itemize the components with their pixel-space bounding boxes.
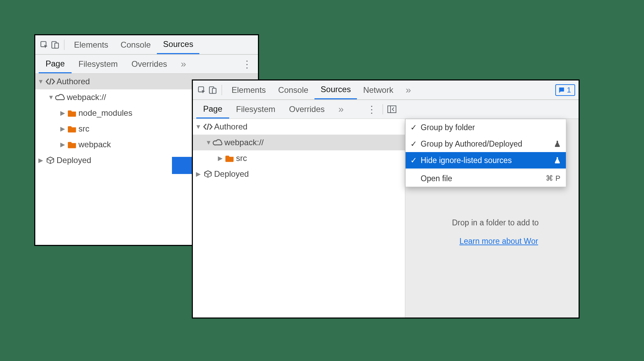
subtab-overrides[interactable]: Overrides [125,55,174,73]
sources-subtab-bar: Page Filesystem Overrides » ⋮ [35,54,258,74]
subtab-overrides[interactable]: Overrides [282,100,332,119]
tree-label: webpack [78,137,111,152]
tab-label: Sources [321,85,351,94]
tree-label: webpack:// [67,89,106,105]
menu-label: Open file [421,174,542,183]
disclosure-triangle-icon[interactable]: ▼ [48,91,54,103]
collapse-sidebar-icon[interactable] [386,105,397,113]
menu-item-open-file[interactable]: Open file ⌘ P [406,170,566,187]
top-tab-bar: Elements Console Sources [35,35,258,54]
top-tab-bar: Elements Console Sources Network » 1 [193,80,579,100]
tab-label: Filesystem [236,104,275,114]
tab-label: Page [203,104,222,114]
disclosure-triangle-icon[interactable]: ▶ [195,168,202,180]
device-toggle-icon[interactable] [207,86,218,95]
disclosure-triangle-icon[interactable]: ▶ [37,154,44,166]
tree-label: node_modules [78,105,132,121]
folder-icon [66,125,78,133]
svg-line-10 [207,124,209,130]
menu-item-group-by-folder[interactable]: ✓ Group by folder [406,119,566,136]
menu-label: Group by folder [421,123,560,132]
tree-label: webpack:// [224,135,264,150]
navigator-context-menu: ✓ Group by folder ✓ Group by Authored/De… [405,119,566,187]
menu-item-hide-ignore-listed[interactable]: ✓ Hide ignore-listed sources [406,152,566,169]
tree-item-webpack-scheme[interactable]: ▼ webpack:// [193,135,405,150]
tab-label: Overrides [289,104,325,114]
disclosure-triangle-icon[interactable]: ▶ [217,152,224,164]
disclosure-triangle-icon[interactable]: ▼ [205,137,212,148]
tab-console[interactable]: Console [272,80,314,99]
menu-shortcut: ⌘ P [546,174,560,183]
folder-icon [224,154,236,162]
tab-label: Network [363,85,393,95]
subtab-filesystem[interactable]: Filesystem [72,55,125,73]
check-icon: ✓ [410,123,417,132]
tree-label: src [236,150,247,166]
subtab-more[interactable]: » [332,100,351,119]
tree-label: Authored [214,119,247,135]
disclosure-triangle-icon[interactable]: ▼ [37,76,44,87]
kebab-menu-icon[interactable]: ⋮ [364,104,379,115]
workspace-hint-text: Drop in a folder to add to [412,218,579,227]
disclosure-triangle-icon[interactable]: ▼ [195,121,202,133]
experiment-icon [554,140,560,147]
cube-icon [202,170,214,178]
tab-elements[interactable]: Elements [225,80,272,99]
inspect-icon[interactable] [196,86,207,95]
tree-item-folder[interactable]: ▶ src [193,150,405,166]
menu-item-group-by-authored[interactable]: ✓ Group by Authored/Deployed [406,136,566,152]
tree-item-authored[interactable]: ▼ Authored [193,119,405,135]
device-toggle-icon[interactable] [50,40,61,49]
tree-item-deployed[interactable]: ▶ Deployed [193,166,405,182]
disclosure-triangle-icon[interactable]: ▶ [59,107,66,119]
sources-tree: ▼ Authored ▼ webpack:// ▶ src [193,119,405,318]
kebab-menu-icon[interactable]: ⋮ [239,59,255,70]
subtab-more[interactable]: » [174,55,193,73]
svg-line-3 [50,78,51,85]
workspace-learn-more-link[interactable]: Learn more about Wor [419,237,579,246]
tree-label: Deployed [214,166,249,182]
cloud-icon [54,94,67,101]
tab-more[interactable]: » [399,80,417,99]
inspect-icon[interactable] [39,40,50,49]
tab-sources[interactable]: Sources [157,35,199,54]
feedback-badge[interactable]: 1 [555,84,575,96]
chat-icon [558,87,565,94]
disclosure-triangle-icon[interactable]: ▶ [59,139,66,150]
menu-label: Hide ignore-listed sources [421,156,551,165]
subtab-page[interactable]: Page [39,55,72,73]
tab-label: Elements [74,40,108,50]
sources-subtab-bar: Page Filesystem Overrides » ⋮ [193,100,579,119]
tab-network[interactable]: Network [357,80,399,99]
svg-rect-2 [55,43,59,48]
experiment-icon [554,157,560,164]
svg-rect-7 [212,88,216,93]
menu-label: Group by Authored/Deployed [421,139,551,149]
devtools-panel-after: Elements Console Sources Network » 1 Pag… [192,79,580,319]
cloud-icon [212,139,224,146]
tab-label: Filesystem [78,59,118,69]
tab-label: Console [278,85,308,95]
divider [64,40,64,50]
tab-label: Overrides [132,59,167,69]
tab-label: Page [46,59,65,69]
tab-label: Sources [163,39,193,49]
divider [222,85,222,95]
code-icon [44,77,57,86]
tab-label: Console [121,40,151,50]
feedback-count: 1 [567,86,571,95]
tree-label: Deployed [57,152,91,168]
subtab-filesystem[interactable]: Filesystem [229,100,282,119]
check-icon: ✓ [410,156,417,165]
tree-label: Authored [57,74,90,89]
tab-label: Elements [232,85,266,95]
tab-sources[interactable]: Sources [314,80,357,99]
code-icon [202,123,214,131]
folder-icon [66,141,78,148]
subtab-page[interactable]: Page [196,100,229,119]
tree-label: src [78,121,89,137]
check-icon: ✓ [410,139,417,149]
tab-console[interactable]: Console [114,35,157,54]
disclosure-triangle-icon[interactable]: ▶ [59,123,66,135]
tab-elements[interactable]: Elements [68,35,114,54]
